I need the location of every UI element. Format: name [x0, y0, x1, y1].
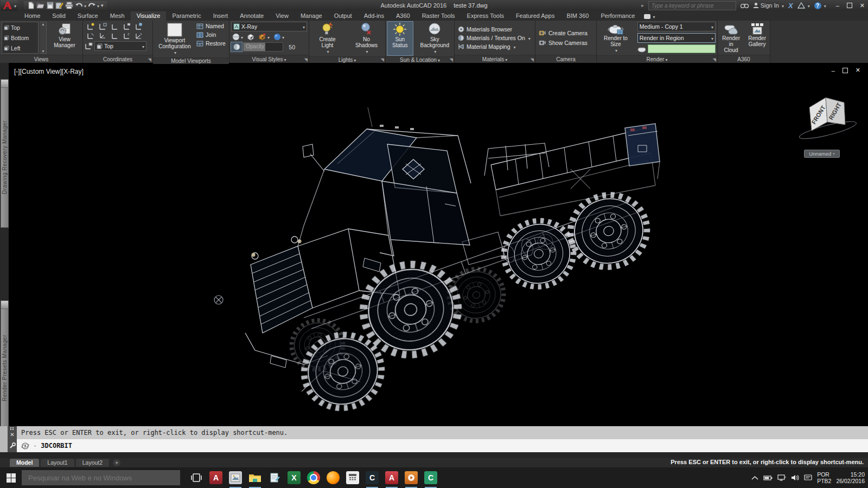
sun-location-expander-icon[interactable]: ◥ — [450, 57, 453, 62]
close-button[interactable]: ✕ — [860, 2, 865, 9]
battery-icon[interactable] — [763, 475, 773, 481]
coordinates-expander-icon[interactable]: ◥ — [148, 57, 151, 62]
lights-expander-icon[interactable]: ◥ — [381, 57, 384, 62]
render-target-dropdown[interactable]: Render in Region — [637, 33, 716, 43]
search-binoculars-icon[interactable] — [741, 2, 749, 9]
photos-app-button[interactable] — [226, 467, 245, 488]
render-expander-icon[interactable]: ◥ — [713, 57, 716, 62]
new-file-icon[interactable] — [27, 2, 35, 9]
viewport-canvas[interactable]: [-][Custom View][X-Ray] – ✕ FRONT RIGHT … — [9, 63, 868, 426]
viewcube[interactable]: FRONT RIGHT Unnamed ▾ — [796, 91, 861, 162]
render-presets-palette[interactable]: Render Presets Manager — [1, 300, 9, 427]
tab-insert[interactable]: Insert — [207, 11, 234, 21]
render-in-cloud-button[interactable]: Render in Cloud — [719, 22, 743, 54]
viewport-configuration-button[interactable]: Viewport Configuration — [155, 22, 195, 56]
ucs-named-icon[interactable] — [85, 42, 93, 50]
command-tools[interactable] — [8, 439, 17, 452]
restore-button[interactable] — [847, 3, 852, 8]
tab-parametric[interactable]: Parametric — [166, 11, 207, 21]
autocad-logo[interactable] — [1, 0, 17, 11]
tab-visualize[interactable]: Visualize — [131, 11, 167, 21]
tab-performance[interactable]: Performance — [595, 11, 641, 21]
ucs-3-icon[interactable]: 3 — [135, 32, 143, 40]
opacity-toggle-button[interactable] — [231, 42, 242, 52]
join-viewports-button[interactable]: Join — [196, 31, 226, 38]
ucs-icon-3[interactable] — [123, 23, 131, 30]
tab-addins[interactable]: Add-ins — [358, 11, 390, 21]
tab-surface[interactable]: Surface — [72, 11, 104, 21]
save-icon[interactable] — [47, 2, 54, 9]
clock[interactable]: 15:20 26/02/2016 — [836, 471, 865, 484]
undo-button[interactable] — [75, 2, 86, 9]
ucs-rotate-icon[interactable] — [87, 32, 95, 40]
new-layout-button[interactable]: + — [113, 459, 120, 466]
viewport-controls-label[interactable]: [-][Custom View][X-Ray] — [14, 68, 84, 75]
edge-effects-button[interactable] — [258, 33, 270, 41]
tab-view[interactable]: View — [270, 11, 295, 21]
create-light-button[interactable]: Create Light — [311, 22, 344, 55]
volume-icon[interactable] — [791, 474, 799, 481]
materials-expander-icon[interactable]: ◥ — [531, 57, 534, 62]
ucs-icon-5[interactable] — [99, 32, 107, 40]
drawing-restore-button[interactable] — [843, 68, 848, 73]
infocenter-collapse-icon[interactable]: ▸ — [641, 3, 644, 8]
render-preset-dropdown[interactable]: Medium - Copy 1 — [637, 22, 716, 31]
infocenter-search-input[interactable] — [648, 1, 736, 10]
sun-status-button[interactable]: Sun Status — [387, 22, 413, 55]
face-style-button[interactable] — [232, 33, 243, 41]
view-list-scrollbar[interactable]: ▲▼ — [40, 22, 47, 54]
language-indicator[interactable]: POR PTB2 — [817, 471, 831, 484]
materials-browser-button[interactable]: Materials Browser — [458, 26, 533, 33]
tab-manage[interactable]: Manage — [295, 11, 328, 21]
layout2-tab[interactable]: Layout2 — [76, 459, 109, 467]
tab-bim360[interactable]: BIM 360 — [560, 11, 595, 21]
ribbon-display-toggle[interactable] — [644, 13, 655, 21]
media-player-app-button[interactable] — [401, 467, 421, 488]
tab-express-tools[interactable]: Express Tools — [461, 11, 510, 21]
render-gallery-button[interactable]: Render Gallery — [746, 22, 768, 54]
access-app-button[interactable]: A — [206, 467, 226, 488]
network-icon[interactable] — [777, 474, 786, 481]
start-button[interactable] — [0, 467, 22, 488]
ucs-icon-2[interactable] — [111, 23, 119, 30]
restore-viewports-button[interactable]: Restore — [196, 40, 226, 47]
tab-output[interactable]: Output — [328, 11, 358, 21]
view-list-item-left[interactable]: Left — [2, 43, 38, 53]
command-grip[interactable]: ✕ — [8, 426, 17, 439]
recorder-app-button[interactable]: C — [421, 467, 441, 488]
create-camera-button[interactable]: Create Camera — [539, 30, 595, 36]
layout1-tab[interactable]: Layout1 — [41, 459, 74, 467]
tray-chevron-icon[interactable] — [751, 476, 758, 480]
ucs-z-icon[interactable]: Z — [123, 32, 131, 40]
help-button[interactable]: ? — [814, 2, 826, 9]
a360-icon[interactable] — [797, 2, 810, 9]
no-shadows-button[interactable]: No Shadows — [349, 22, 384, 55]
taskbar-search-input[interactable] — [22, 470, 180, 485]
show-cameras-button[interactable]: Show Cameras — [539, 40, 595, 46]
qat-customize-icon[interactable]: ▾ — [101, 3, 104, 8]
autocad-app-button[interactable]: A — [382, 467, 401, 488]
task-view-button[interactable] — [187, 467, 206, 488]
excel-app-button[interactable]: X — [284, 467, 304, 488]
notepad-app-button[interactable] — [265, 467, 284, 488]
print-icon[interactable] — [65, 2, 73, 9]
command-input-row[interactable]: - 3DCORBIT — [0, 439, 868, 452]
drawing-close-button[interactable]: ✕ — [856, 67, 860, 74]
tab-a360[interactable]: A360 — [390, 11, 416, 21]
tab-home[interactable]: Home — [18, 11, 46, 21]
opacity-slider[interactable]: Opacity — [243, 42, 283, 52]
firefox-app-button[interactable] — [323, 467, 343, 488]
command-prompt-row[interactable]: ✕ Press ESC or ENTER to exit, or right-c… — [0, 426, 868, 439]
view-list-item-bottom[interactable]: Bottom — [2, 33, 38, 43]
ucs-icon-6[interactable] — [111, 32, 119, 40]
sky-background-button[interactable]: Sky Background — [417, 22, 452, 55]
drawing-minimize-button[interactable]: – — [832, 67, 835, 74]
palette-grab-bar[interactable] — [1, 80, 8, 88]
exchange-apps-icon[interactable]: X — [788, 2, 793, 10]
lighting-quality-button[interactable] — [273, 33, 284, 41]
minimize-button[interactable]: – — [836, 2, 839, 9]
material-mapping-button[interactable]: Material Mapping — [458, 43, 533, 50]
chrome-app-button[interactable] — [304, 467, 323, 488]
view-list-item-top[interactable]: Top — [2, 22, 38, 33]
visual-styles-expander-icon[interactable]: ◥ — [304, 57, 308, 62]
